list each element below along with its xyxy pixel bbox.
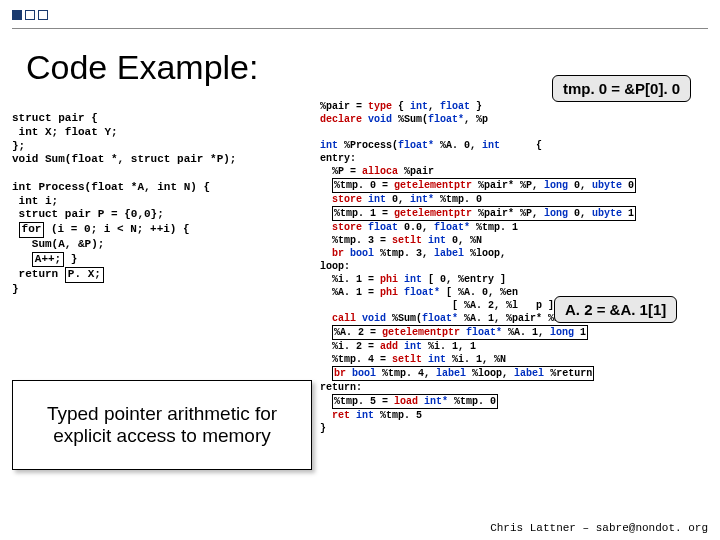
- highlight-for: for: [19, 222, 45, 238]
- square-icon: [38, 10, 48, 20]
- slide: Code Example: struct pair { int X; float…: [0, 0, 720, 540]
- annotation-text: Typed pointer arithmetic for explicit ac…: [19, 403, 305, 447]
- llvm-ir: %pair = type { int, float } declare void…: [320, 100, 712, 435]
- callout-2: A. 2 = &A. 1[1]: [554, 296, 677, 323]
- ir-highlight: %tmp. 1 = getelementptr %pair* %P, long …: [332, 206, 636, 221]
- ir-highlight: %tmp. 0 = getelementptr %pair* %P, long …: [332, 178, 636, 193]
- highlight-ret: P. X;: [65, 267, 104, 283]
- callout-1: tmp. 0 = &P[0]. 0: [552, 75, 691, 102]
- ir-column: %pair = type { int, float } declare void…: [320, 100, 712, 435]
- ir-highlight: %tmp. 5 = load int* %tmp. 0: [332, 394, 498, 409]
- ir-highlight: %A. 2 = getelementptr float* %A. 1, long…: [332, 325, 588, 340]
- ir-highlight: br bool %tmp. 4, label %loop, label %ret…: [332, 366, 594, 381]
- source-column: struct pair { int X; float Y; }; void Su…: [12, 112, 312, 297]
- annotation-box: Typed pointer arithmetic for explicit ac…: [12, 380, 312, 470]
- source-code: struct pair { int X; float Y; }; void Su…: [12, 112, 312, 297]
- decorative-squares: [12, 10, 48, 20]
- highlight-inc: A++;: [32, 252, 64, 268]
- horizontal-rule: [12, 28, 708, 29]
- square-icon: [25, 10, 35, 20]
- footer-credit: Chris Lattner – sabre@nondot. org: [490, 522, 708, 534]
- square-icon: [12, 10, 22, 20]
